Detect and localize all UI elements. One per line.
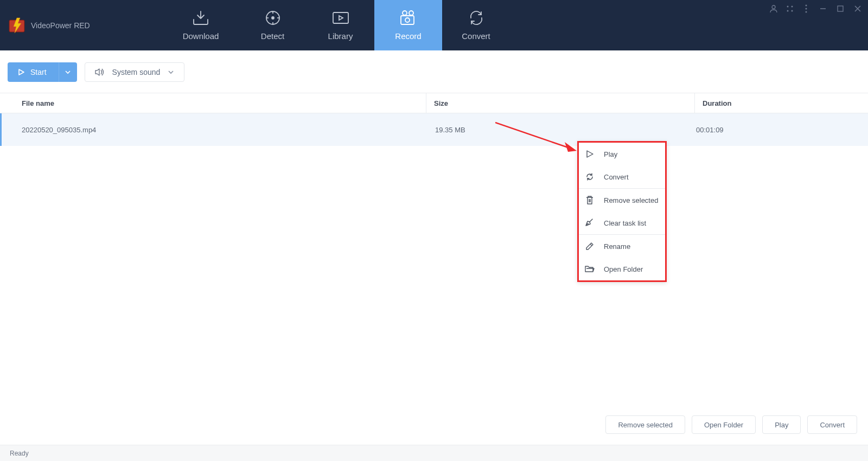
nav-tabs: Download Detect Library [163,0,510,50]
start-button-label: Start [30,68,47,76]
col-header-size[interactable]: Size [426,93,694,113]
logo-area: VideoPower RED [0,0,163,50]
play-label: Play [775,421,788,429]
tab-download[interactable]: Download [163,0,239,50]
svg-rect-13 [401,16,414,24]
svg-line-33 [586,223,587,225]
app-logo-icon [8,17,25,34]
svg-point-16 [787,6,789,8]
ctx-rename-label: Rename [604,242,630,251]
ctx-open-folder-label: Open Folder [604,265,643,273]
svg-point-4 [272,17,274,19]
tab-record[interactable]: Record [374,0,442,50]
app-title: VideoPower RED [31,21,90,30]
cell-duration: 00:01:09 [696,113,868,146]
svg-line-34 [588,223,588,225]
col-header-duration[interactable]: Duration [694,93,868,113]
svg-marker-27 [19,69,24,75]
svg-rect-9 [333,12,348,23]
svg-point-12 [409,11,413,15]
cell-name: 20220520_095035.mp4 [2,126,427,134]
start-button[interactable]: Start [8,62,77,82]
header: VideoPower RED Download Detect [0,0,868,50]
status-bar: Ready [0,445,868,461]
tab-download-label: Download [183,31,219,41]
convert-label: Convert [820,421,845,429]
ctx-remove-label: Remove selected [604,196,658,204]
remove-selected-button[interactable]: Remove selected [605,415,685,434]
svg-rect-24 [838,6,843,11]
download-icon [192,10,210,26]
start-button-main[interactable]: Start [8,68,59,76]
col-header-name[interactable]: File name [0,99,426,107]
convert-button[interactable]: Convert [807,415,857,434]
tab-library-label: Library [328,31,353,41]
svg-point-14 [405,18,410,22]
speaker-icon [95,68,105,76]
context-menu: Play Convert Remove selected Clear task … [577,141,667,282]
folder-icon [584,264,595,274]
tab-record-label: Record [395,31,421,41]
svg-point-17 [792,6,793,8]
tab-detect-label: Detect [261,31,284,41]
svg-line-32 [590,219,592,222]
svg-point-18 [787,10,789,12]
footer-buttons: Remove selected Open Folder Play Convert [605,415,857,434]
svg-point-21 [806,8,807,10]
svg-point-19 [792,10,793,12]
play-button[interactable]: Play [762,415,801,434]
svg-marker-10 [339,16,343,20]
play-icon [584,149,595,159]
tab-convert[interactable]: Convert [442,0,510,50]
trash-icon [584,195,595,206]
status-text: Ready [10,450,29,457]
svg-point-20 [806,5,807,7]
svg-marker-28 [95,69,99,75]
convert-icon [468,10,484,26]
ctx-remove-selected[interactable]: Remove selected [579,189,665,212]
ctx-clear-label: Clear task list [604,219,646,227]
ctx-convert[interactable]: Convert [579,165,665,188]
svg-marker-31 [587,151,593,157]
ctx-rename[interactable]: Rename [579,235,665,258]
svg-point-11 [403,11,407,15]
open-folder-button[interactable]: Open Folder [692,415,756,434]
detect-icon [265,10,281,26]
ctx-convert-label: Convert [604,173,629,181]
user-icon[interactable] [769,4,778,13]
ctx-open-folder[interactable]: Open Folder [579,258,665,280]
ctx-clear-task-list[interactable]: Clear task list [579,212,665,234]
maximize-button[interactable] [835,4,845,13]
system-sound-label: System sound [112,68,161,76]
tab-library[interactable]: Library [307,0,374,50]
close-button[interactable] [853,4,863,13]
table-row[interactable]: 20220520_095035.mp4 19.35 MB 00:01:09 [0,113,868,146]
system-sound-button[interactable]: System sound [85,62,185,82]
ctx-play[interactable]: Play [579,143,665,165]
tab-detect[interactable]: Detect [239,0,307,50]
library-icon [331,10,350,26]
table-header: File name Size Duration [0,93,868,113]
remove-selected-label: Remove selected [618,421,672,429]
menu-icon[interactable] [802,4,810,13]
convert-icon [584,171,595,182]
toolbar: Start System sound [0,50,868,93]
broom-icon [584,217,595,228]
window-controls [769,4,863,13]
svg-point-15 [772,5,775,9]
chevron-down-icon [168,69,174,75]
minimize-button[interactable] [818,4,828,13]
ctx-play-label: Play [604,150,617,158]
record-icon [399,10,418,26]
play-icon [17,68,25,76]
pencil-icon [584,241,595,252]
open-folder-label: Open Folder [704,421,743,429]
tab-convert-label: Convert [462,31,490,41]
svg-point-22 [806,11,807,13]
start-dropdown-toggle[interactable] [59,62,77,82]
grid-icon[interactable] [786,4,794,13]
